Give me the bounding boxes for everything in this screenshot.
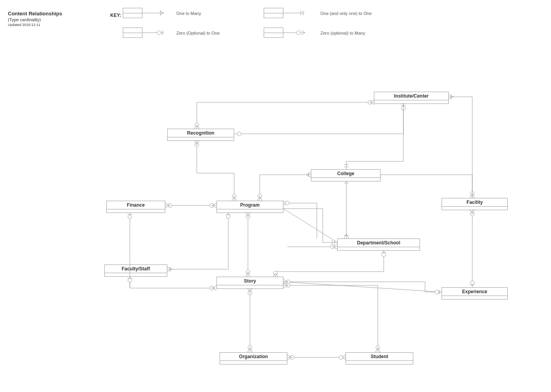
- svg-point-58: [248, 346, 252, 349]
- entity-faculty: Faculty/Staff: [104, 264, 167, 277]
- entity-finance-label: Finance: [107, 201, 165, 209]
- relationship-connectors: [0, 0, 551, 392]
- svg-point-61: [339, 355, 343, 359]
- entity-faculty-label: Faculty/Staff: [105, 265, 167, 273]
- entity-institute: Institute/Center: [374, 92, 449, 104]
- diagram-subtitle: (Type cardinality): [8, 17, 62, 22]
- svg-line-50: [283, 282, 442, 292]
- svg-point-55: [376, 346, 380, 349]
- svg-point-24: [210, 203, 214, 207]
- key-connectors: [0, 0, 551, 392]
- svg-point-34: [285, 201, 289, 205]
- diagram-header: Content Relationships (Type cardinality)…: [8, 11, 62, 27]
- svg-point-64: [470, 281, 474, 285]
- key-box-zero-to-many: [264, 28, 283, 38]
- entity-recognition-label: Recognition: [168, 129, 234, 137]
- diagram-canvas: Content Relationships (Type cardinality)…: [0, 0, 551, 392]
- svg-point-11: [368, 100, 372, 104]
- key-box-zero-to-one: [123, 28, 142, 38]
- diagram-title: Content Relationships: [8, 11, 62, 17]
- entity-institute-label: Institute/Center: [374, 92, 448, 100]
- entity-student: Student: [346, 352, 413, 364]
- svg-point-45: [274, 271, 277, 275]
- entity-program-label: Program: [217, 201, 283, 209]
- svg-point-27: [210, 286, 214, 290]
- svg-point-21: [470, 192, 474, 196]
- entity-story: Story: [216, 277, 283, 289]
- svg-point-63: [470, 212, 474, 216]
- entity-experience: Experience: [442, 287, 508, 300]
- entity-college: College: [311, 169, 381, 181]
- svg-point-16: [232, 194, 236, 198]
- svg-point-60: [290, 355, 294, 359]
- key-text-zero-to-one: Zero (Optional) to One: [176, 31, 220, 35]
- entity-student-label: Student: [346, 353, 413, 361]
- svg-point-49: [128, 278, 132, 282]
- entity-organization-label: Organization: [220, 353, 287, 361]
- key-label: KEY:: [110, 13, 121, 18]
- entity-program: Program: [216, 201, 283, 213]
- svg-point-6: [157, 31, 161, 35]
- svg-point-52: [435, 290, 439, 294]
- svg-point-43: [382, 253, 386, 257]
- entity-college-label: College: [311, 170, 380, 178]
- svg-point-9: [296, 31, 300, 35]
- key-text-one-to-one: One (and only one) to One: [320, 11, 372, 16]
- svg-point-57: [248, 291, 252, 295]
- entity-organization: Organization: [220, 352, 287, 364]
- entity-department-label: Department/School: [338, 239, 420, 247]
- entity-facility-label: Facility: [442, 198, 507, 207]
- svg-point-18: [258, 194, 262, 198]
- svg-point-10: [195, 123, 199, 127]
- entity-finance: Finance: [106, 201, 165, 213]
- svg-point-13: [401, 106, 405, 110]
- key-text-one-to-many: One to Many: [176, 11, 201, 16]
- svg-point-23: [168, 203, 172, 207]
- key-box-one-to-many: [123, 8, 142, 18]
- entity-recognition: Recognition: [167, 129, 234, 141]
- svg-point-54: [286, 283, 290, 287]
- svg-point-47: [331, 245, 335, 249]
- svg-point-28: [226, 214, 230, 218]
- svg-point-25: [128, 215, 132, 219]
- svg-point-33: [246, 270, 250, 274]
- entity-experience-label: Experience: [442, 288, 507, 296]
- svg-point-32: [246, 215, 250, 219]
- entity-story-label: Story: [217, 277, 283, 285]
- key-text-zero-to-many: Zero (optional) to Many: [320, 31, 365, 35]
- entity-facility: Facility: [442, 198, 508, 210]
- svg-point-12: [237, 132, 241, 136]
- entity-department: Department/School: [337, 239, 420, 251]
- diagram-updated: Updated 2018-12-11: [8, 23, 62, 27]
- key-box-one-to-one: [264, 8, 283, 18]
- svg-point-51: [286, 280, 290, 284]
- svg-point-15: [195, 143, 199, 147]
